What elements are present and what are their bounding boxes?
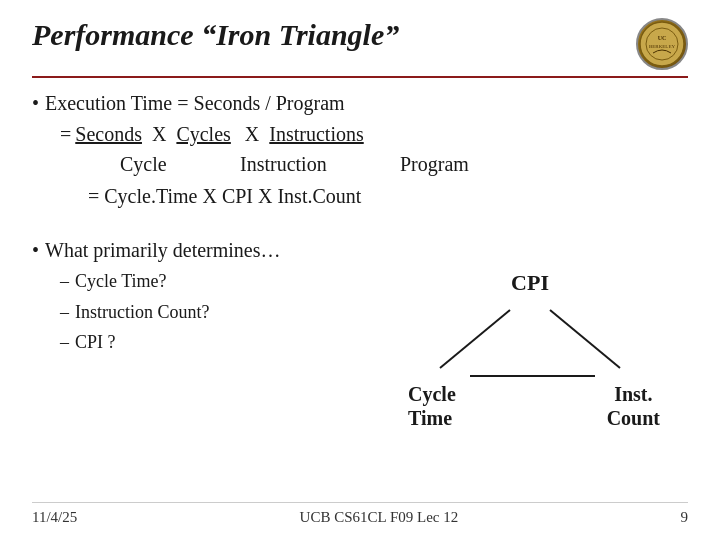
cycle-label: Cycle: [120, 149, 240, 179]
footer-page: 9: [681, 509, 689, 526]
sub-bullet-1-text: Cycle Time?: [75, 266, 167, 297]
cycle-time-label: Cycle Time: [408, 382, 456, 430]
bullet-dot-1: •: [32, 92, 39, 115]
dash-1: –: [60, 266, 69, 297]
iron-triangle-diagram: CPI Cycle Time Inst. Count: [400, 270, 660, 430]
eq-equals-1: =: [60, 119, 71, 149]
svg-text:UC: UC: [658, 35, 667, 41]
bullet-2-text: What primarily determines…: [45, 239, 280, 262]
inst-count-label: Inst. Count: [607, 382, 660, 430]
slide: Performance “Iron Triangle” UC BERKELEY …: [0, 0, 720, 540]
svg-line-4: [440, 310, 510, 368]
eq-line-1: = Seconds X Cycles X Instructions: [60, 119, 688, 149]
program-label: Program: [400, 149, 469, 179]
slide-title: Performance “Iron Triangle”: [32, 18, 399, 52]
seconds-label: Seconds: [75, 119, 142, 149]
bullet-1-text: Execution Time = Seconds / Program: [45, 92, 345, 115]
svg-text:BERKELEY: BERKELEY: [649, 44, 675, 49]
slide-header: Performance “Iron Triangle” UC BERKELEY: [32, 18, 688, 78]
bullet-1-section: • Execution Time = Seconds / Program = S…: [32, 92, 688, 211]
bullet-dot-2: •: [32, 239, 39, 262]
instructions-label: Instructions: [269, 119, 363, 149]
eq-x1: X: [152, 119, 166, 149]
sub-bullet-3-text: CPI ?: [75, 327, 116, 358]
svg-line-5: [550, 310, 620, 368]
eq-x2: X: [245, 119, 259, 149]
footer-date: 11/4/25: [32, 509, 77, 526]
eq-line-3-text: = Cycle.Time X CPI X Inst.Count: [88, 181, 361, 211]
slide-footer: 11/4/25 UCB CS61CL F09 Lec 12 9: [32, 502, 688, 526]
bullet-1-main: • Execution Time = Seconds / Program: [32, 92, 688, 115]
university-logo: UC BERKELEY: [636, 18, 688, 70]
dash-3: –: [60, 327, 69, 358]
footer-course: UCB CS61CL F09 Lec 12: [300, 509, 459, 526]
eq-line-3: = Cycle.Time X CPI X Inst.Count: [60, 181, 688, 211]
cycles-label: Cycles: [176, 119, 230, 149]
sub-bullet-2-text: Instruction Count?: [75, 297, 209, 328]
instruction-label: Instruction: [240, 149, 400, 179]
eq-line-2: Cycle Instruction Program: [60, 149, 688, 179]
equation-block: = Seconds X Cycles X Instructions Cycle …: [32, 119, 688, 211]
bullet-2-main: • What primarily determines…: [32, 239, 688, 262]
dash-2: –: [60, 297, 69, 328]
cpi-top-label: CPI: [511, 270, 549, 296]
